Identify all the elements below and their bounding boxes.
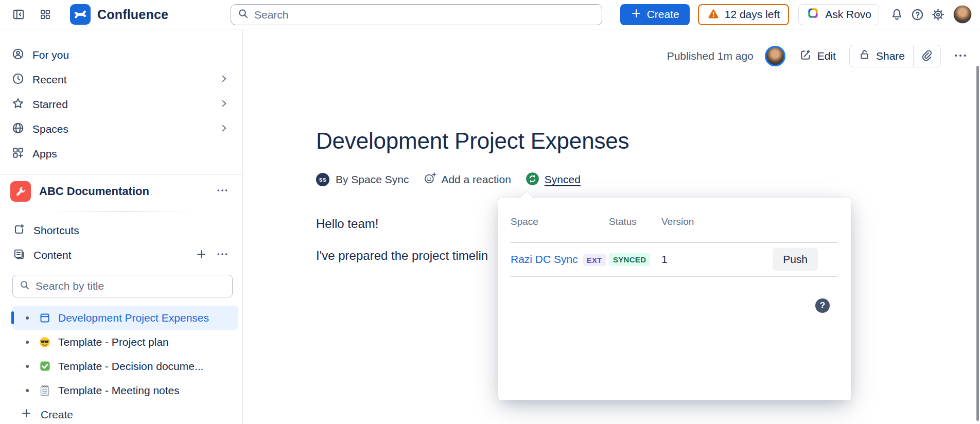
scroll-shadow [46,211,196,212]
share-group: Share [849,45,941,67]
space-link-razi-dc-sync[interactable]: Razi DC Sync [511,253,578,265]
column-header-version: Version [661,216,723,228]
confluence-logo-icon [70,4,91,25]
sidebar-item-label: Recent [32,74,67,86]
column-header-status: Status [609,216,661,228]
synced-status-link[interactable]: Synced [526,172,581,188]
app-name: Confluence [97,7,168,22]
clock-icon [11,72,25,88]
notifications-button[interactable] [886,4,907,25]
user-avatar[interactable] [953,5,972,24]
warning-triangle-icon [707,7,720,22]
trial-days-left-label: 12 days left [725,8,780,21]
share-button-label: Share [876,50,905,62]
create-button-label: Create [647,8,679,21]
sidebar-item-spaces[interactable]: Spaces [0,117,242,142]
settings-button[interactable] [927,4,948,25]
copy-link-button[interactable] [914,45,940,67]
vertical-scrollbar[interactable] [976,66,979,421]
sidebar-item-content[interactable]: Content [0,243,242,268]
sync-table: Space Status Version Razi DC SyncEXT SYN… [511,216,837,277]
search-icon [237,8,249,22]
sidebar-item-starred[interactable]: Starred [0,92,242,117]
confluence-home-link[interactable]: Confluence [70,4,168,25]
tree-search [12,275,233,297]
popup-help-button[interactable]: ? [815,298,830,313]
tree-item-label: Development Project Expenses [58,312,209,324]
collapse-sidebar-icon [12,8,25,21]
page-title: Development Project Expenses [316,128,980,154]
notepad-emoji-icon [38,384,51,397]
sync-popup: Space Status Version Razi DC SyncEXT SYN… [498,198,851,400]
page-doc-icon [38,311,51,325]
content-more-icon[interactable] [216,248,229,263]
author-link[interactable]: By Space Sync [336,173,409,186]
sidebar-item-recent[interactable]: Recent [0,67,242,92]
author-avatar[interactable]: ss [316,173,329,186]
trial-days-left-button[interactable]: 12 days left [698,4,789,25]
space-header[interactable]: ABC Documentation [0,175,242,208]
published-status[interactable]: Published 1m ago [667,50,754,62]
chevron-right-icon [219,74,229,86]
check-mark-emoji-icon [38,360,51,373]
ask-rovo-button[interactable]: Ask Rovo [798,4,879,25]
plus-icon [631,8,642,22]
bullet-dot [26,389,29,392]
sidebar-item-label: For you [32,49,69,61]
tree-item-template-project-plan[interactable]: Template - Project plan [12,330,238,354]
app-grid-icon [39,8,51,21]
edit-pencil-icon [799,48,812,64]
add-content-icon[interactable] [195,248,207,263]
person-icon [11,47,25,63]
create-button[interactable]: Create [620,4,690,25]
global-search [231,4,602,25]
bullet-dot [26,341,29,344]
selected-indicator-bar [11,311,14,324]
plus-icon [20,407,32,422]
bullet-dot [26,365,29,368]
tree-create-label: Create [41,409,73,421]
tree-item-template-decision-document[interactable]: Template - Decision docume... [12,354,238,378]
sidebar-item-label: Starred [32,98,68,111]
collapse-sidebar-button[interactable] [8,4,29,25]
share-button[interactable]: Share [850,45,913,67]
sidebar-item-for-you[interactable]: For you [0,43,242,67]
tree-item-template-meeting-notes[interactable]: Template - Meeting notes [12,378,238,402]
sync-table-header: Space Status Version [511,216,837,228]
smiley-plus-icon [423,171,437,188]
globe-icon [11,121,25,137]
byline: ss By Space Sync Add a reaction [316,171,980,188]
edit-button[interactable]: Edit [794,44,841,68]
space-icon-wrench [10,181,31,202]
search-by-title-input[interactable] [36,280,226,292]
tree-item-development-project-expenses[interactable]: Development Project Expenses [12,306,238,330]
tree-create-button[interactable]: Create [12,402,238,424]
confluence-app: Confluence Create [0,0,980,424]
topbar-actions: Create 12 days left [620,4,972,25]
sidebar-item-label: Spaces [32,123,68,135]
star-icon [11,97,25,113]
contributor-avatar[interactable] [765,46,785,66]
sidebar-item-label: Apps [32,148,57,160]
sidebar-item-shortcuts[interactable]: Shortcuts [0,218,242,243]
ask-rovo-label: Ask Rovo [825,8,871,21]
search-icon [19,279,30,293]
tree-item-label: Template - Meeting notes [58,384,180,397]
help-button[interactable] [907,4,927,25]
table-divider [511,276,837,277]
tree-item-label: Template - Project plan [58,336,169,348]
app-switcher-button[interactable] [35,4,56,25]
add-reaction-button[interactable]: Add a reaction [423,171,511,188]
push-button[interactable]: Push [773,248,818,271]
page-more-button[interactable] [949,45,972,67]
gear-icon [931,8,945,22]
search-input[interactable] [254,9,596,21]
chevron-right-icon [219,98,229,111]
space-more-icon[interactable] [216,184,229,199]
add-reaction-label: Add a reaction [441,173,511,186]
rovo-logo-icon [806,6,820,23]
sidebar-item-apps[interactable]: Apps [0,142,242,166]
synced-label: Synced [545,173,581,186]
page-actions: Published 1m ago Edit [243,45,972,67]
bullet-dot [26,316,29,320]
